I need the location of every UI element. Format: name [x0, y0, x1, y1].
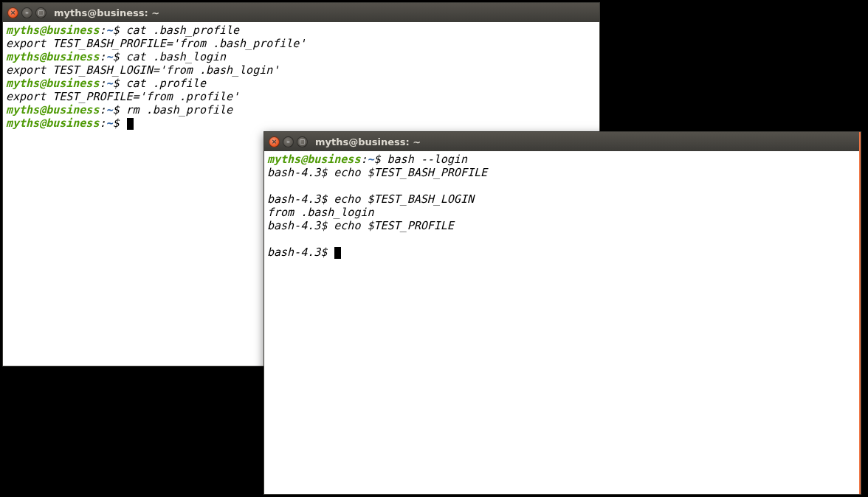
- prompt-user: myths@business: [6, 77, 99, 90]
- prompt-dollar: $: [113, 24, 126, 37]
- maximize-icon[interactable]: ▢: [35, 7, 46, 18]
- terminal-window-2[interactable]: × – ▢ myths@business: ~ myths@business:~…: [264, 131, 861, 495]
- command-text: cat .bash_profile: [126, 24, 240, 37]
- prompt-user: myths@business: [6, 117, 99, 130]
- terminal-line: [267, 179, 858, 192]
- terminal-line: myths@business:~$ bash --login: [267, 153, 858, 166]
- terminal-line: bash-4.3$ echo $TEST_BASH_LOGIN: [267, 192, 858, 206]
- terminal-line: myths@business:~$ cat .bash_login: [6, 50, 596, 63]
- cursor-icon: [334, 247, 341, 259]
- prompt-path: ~: [106, 103, 112, 117]
- command-text: echo $TEST_BASH_LOGIN: [334, 192, 474, 206]
- output-text: export TEST_PROFILE='from .profile': [6, 90, 239, 103]
- close-glyph: ×: [272, 139, 278, 145]
- titlebar-2[interactable]: × – ▢ myths@business: ~: [264, 132, 861, 151]
- maximize-icon[interactable]: ▢: [297, 136, 308, 147]
- window-controls-2: × – ▢: [269, 136, 308, 147]
- close-glyph: ×: [10, 10, 16, 16]
- terminal-line: myths@business:~$ cat .profile: [6, 77, 596, 90]
- min-glyph: –: [25, 10, 29, 16]
- prompt-dollar: $: [113, 50, 126, 63]
- command-text: bash --login: [388, 153, 467, 166]
- cursor-icon: [127, 118, 134, 130]
- prompt-user: myths@business: [267, 153, 360, 166]
- output-text: export TEST_BASH_LOGIN='from .bash_login…: [6, 63, 279, 77]
- sub-prompt: bash-4.3$: [267, 219, 334, 232]
- minimize-icon[interactable]: –: [21, 7, 32, 18]
- min-glyph: –: [286, 139, 290, 145]
- window-title-2: myths@business: ~: [315, 136, 421, 147]
- terminal-line: [267, 232, 858, 246]
- terminal-line: export TEST_BASH_PROFILE='from .bash_pro…: [6, 37, 596, 50]
- terminal-line: bash-4.3$: [267, 246, 858, 259]
- prompt-path: ~: [106, 24, 112, 37]
- window-controls-1: × – ▢: [7, 7, 46, 18]
- command-text: echo $TEST_PROFILE: [334, 219, 454, 232]
- prompt-path: ~: [106, 77, 112, 90]
- titlebar-1[interactable]: × – ▢ myths@business: ~: [3, 3, 599, 22]
- max-glyph: ▢: [38, 10, 44, 16]
- close-icon[interactable]: ×: [7, 7, 18, 18]
- prompt-path: ~: [367, 153, 373, 166]
- prompt-user: myths@business: [6, 24, 99, 37]
- window-right-edge: [859, 132, 861, 494]
- prompt-dollar: $: [113, 103, 126, 117]
- close-icon[interactable]: ×: [269, 136, 280, 147]
- command-text: rm .bash_profile: [126, 103, 233, 117]
- prompt-dollar: $: [113, 117, 126, 130]
- minimize-icon[interactable]: –: [283, 136, 294, 147]
- prompt-path: ~: [106, 50, 112, 63]
- terminal-line: from .bash_login: [267, 206, 858, 219]
- prompt-dollar: $: [374, 153, 388, 166]
- terminal-line: myths@business:~$: [6, 117, 596, 130]
- prompt-user: myths@business: [6, 50, 99, 63]
- prompt-user: myths@business: [6, 103, 99, 117]
- terminal-line: export TEST_PROFILE='from .profile': [6, 90, 596, 103]
- sub-prompt: bash-4.3$: [267, 166, 334, 179]
- terminal-line: myths@business:~$ cat .bash_profile: [6, 24, 596, 37]
- sub-prompt: bash-4.3$: [267, 246, 334, 259]
- command-text: cat .bash_login: [126, 50, 226, 63]
- output-text: from .bash_login: [267, 206, 374, 219]
- output-text: export TEST_BASH_PROFILE='from .bash_pro…: [6, 37, 306, 50]
- command-text: echo $TEST_BASH_PROFILE: [334, 166, 487, 179]
- sub-prompt: bash-4.3$: [267, 192, 334, 206]
- terminal-line: export TEST_BASH_LOGIN='from .bash_login…: [6, 63, 596, 77]
- terminal-line: bash-4.3$ echo $TEST_BASH_PROFILE: [267, 166, 858, 179]
- max-glyph: ▢: [299, 139, 306, 145]
- terminal-body-2[interactable]: myths@business:~$ bash --loginbash-4.3$ …: [264, 151, 861, 494]
- terminal-line: myths@business:~$ rm .bash_profile: [6, 103, 596, 117]
- command-text: cat .profile: [126, 77, 206, 90]
- prompt-path: ~: [106, 117, 112, 130]
- terminal-line: bash-4.3$ echo $TEST_PROFILE: [267, 219, 858, 232]
- window-title-1: myths@business: ~: [54, 7, 159, 18]
- prompt-dollar: $: [113, 77, 126, 90]
